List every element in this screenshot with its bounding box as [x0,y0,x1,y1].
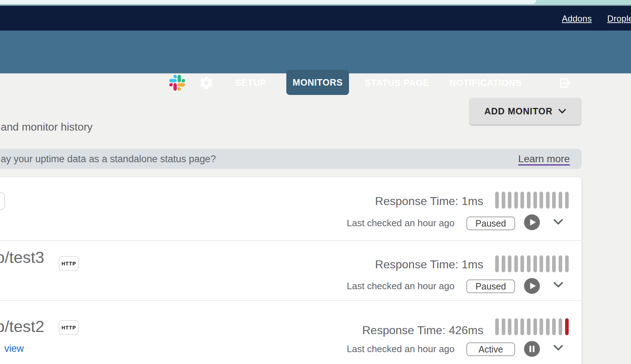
pause-button[interactable] [524,341,540,357]
view-link[interactable]: view [4,342,24,355]
browser-top-strip [0,0,631,6]
response-time-label: Response Time: [375,195,458,208]
response-history-bars [495,318,569,335]
status-badge: Paused [466,217,515,230]
tab-notifications[interactable]: NOTIFICATIONS [449,78,522,88]
row-divider [0,240,582,241]
response-time-value: 1ms [462,195,483,208]
response-time-label: Response Time: [362,324,446,337]
add-monitor-label: ADD MONITOR [484,106,553,117]
slack-icon[interactable] [169,75,185,92]
tab-setup[interactable]: SETUP [235,78,266,88]
top-bar: Addons Droplets [0,6,631,31]
monitor-type-badge: HTTP [59,256,79,271]
response-history-bars [495,192,569,209]
expand-chevron-icon[interactable] [553,345,563,352]
banner-message: ay your uptime data as a standalone stat… [1,154,216,165]
monitor-name: b/test2 [0,316,44,337]
monitor-name: b/test3 [0,247,44,268]
response-history-bars [495,255,569,272]
status-badge: Active [466,342,515,356]
status-page-banner: ay your uptime data as a standalone stat… [0,149,582,169]
main-nav: SETUP MONITORS STATUS PAGE NOTIFICATIONS [0,31,631,73]
droplets-link[interactable]: Droplets [607,14,631,24]
response-time-value: 1ms [462,258,483,271]
last-checked-text: Last checked an hour ago [347,280,455,292]
tab-status-page[interactable]: STATUS PAGE [365,78,429,88]
tab-monitors-active[interactable]: MONITORS [286,70,349,95]
add-monitor-button[interactable]: ADD MONITOR [470,98,581,124]
response-time-value: 426ms [449,324,483,337]
page-heading-fragment: and monitor history [1,121,93,133]
learn-more-link[interactable]: Learn more [518,153,570,165]
response-time-label: Response Time: [375,258,458,271]
last-checked-text: Last checked an hour ago [347,217,455,229]
monitor-type-badge: HTTP [59,320,79,335]
monitor-type-badge-partial [0,192,5,210]
expand-chevron-icon[interactable] [553,219,563,227]
gear-icon[interactable] [198,75,214,92]
response-time: Response Time:1ms [375,257,483,272]
play-button[interactable] [524,214,540,230]
play-button[interactable] [524,278,540,294]
response-time: Response Time:1ms [375,194,483,208]
logout-icon[interactable] [558,76,572,91]
status-badge: Paused [466,279,515,293]
browser-tab-fragment [0,0,536,4]
expand-chevron-icon[interactable] [553,282,563,290]
chevron-down-icon [558,109,566,114]
row-divider [0,300,582,301]
response-time: Response Time:426ms [362,323,483,337]
addons-link[interactable]: Addons [562,14,592,24]
monitors-card: Response Time:1ms Last checked an hour a… [0,177,582,364]
last-checked-text: Last checked an hour ago [347,343,455,355]
